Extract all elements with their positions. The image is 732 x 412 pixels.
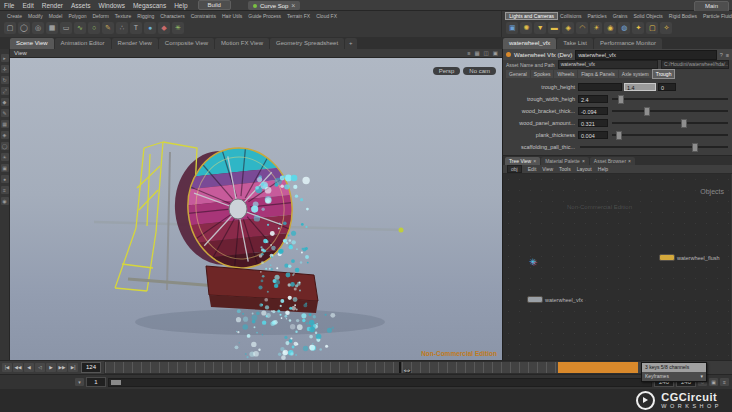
- ambient-light-icon[interactable]: ✦: [632, 22, 644, 34]
- network-menu-help[interactable]: Help: [598, 166, 608, 172]
- box-icon[interactable]: ▢: [4, 22, 16, 34]
- range-slider-handle[interactable]: [111, 380, 121, 385]
- edit-tool-icon[interactable]: ✎: [1, 109, 9, 117]
- close-tab-icon[interactable]: ×: [533, 158, 536, 164]
- viewport-grid-icon[interactable]: ▦: [474, 50, 479, 56]
- network-path-breadcrumb[interactable]: obj: [507, 165, 522, 173]
- tube-icon[interactable]: ▭: [60, 22, 72, 34]
- pane-tab-geometry-spreadsheet[interactable]: Geometry Spreadsheet: [270, 38, 344, 49]
- slider-handle[interactable]: [692, 143, 698, 152]
- shelf-tab-hair-utils[interactable]: Hair Utils: [219, 13, 245, 19]
- shelf-tab-collisions[interactable]: Collisions: [557, 13, 584, 19]
- network-node[interactable]: ✳: [529, 258, 537, 267]
- waterwheel-3d-scene[interactable]: [10, 58, 502, 360]
- slider-handle[interactable]: [618, 95, 624, 104]
- close-tab-icon[interactable]: ×: [582, 158, 585, 164]
- param-value-field[interactable]: 2.4: [578, 95, 608, 103]
- environment-light-icon[interactable]: ◉: [604, 22, 616, 34]
- network-menu-layout[interactable]: Layout: [577, 166, 592, 172]
- param-value-field[interactable]: 0.321: [578, 119, 608, 127]
- caustic-light-icon[interactable]: ✧: [660, 22, 672, 34]
- menu-file[interactable]: File: [0, 2, 18, 9]
- network-node-waterwheel-flush[interactable]: waterwheel_flush: [659, 254, 720, 261]
- sky-light-icon[interactable]: ◍: [618, 22, 630, 34]
- pane-tab-performance-monitor[interactable]: Performance Monitor: [594, 38, 662, 49]
- shelf-tab-deform[interactable]: Deform: [89, 13, 111, 19]
- menu-windows[interactable]: Windows: [95, 2, 129, 9]
- shelf-tab-rigging[interactable]: Rigging: [134, 13, 157, 19]
- range-menu-icon[interactable]: ▾: [75, 378, 84, 386]
- prev-keyframe-button[interactable]: ◀◀: [13, 363, 23, 372]
- rotate-tool-icon[interactable]: ↻: [1, 76, 9, 84]
- move-tool-icon[interactable]: ✛: [1, 65, 9, 73]
- view-tool-icon[interactable]: ◯: [1, 142, 9, 150]
- range-start-field[interactable]: 1: [86, 377, 106, 387]
- param-menu-icon[interactable]: ≡: [726, 52, 729, 58]
- pane-tab-scene-view[interactable]: Scene View: [10, 38, 54, 49]
- pane-tab-render-view[interactable]: Render View: [112, 38, 158, 49]
- no-cam-button[interactable]: No cam: [463, 67, 496, 75]
- lock-range-icon[interactable]: ▣: [709, 378, 718, 386]
- pane-tab-animation-editor[interactable]: Animation Editor: [55, 38, 111, 49]
- param-help-icon[interactable]: ?: [720, 52, 723, 58]
- lsystem-icon[interactable]: ✳: [172, 22, 184, 34]
- shelf-tab-rigid-bodies[interactable]: Rigid Bodies: [666, 13, 700, 19]
- shelf-tab-guide-process[interactable]: Guide Process: [245, 13, 284, 19]
- node-name-input[interactable]: waterwheel_vfx: [575, 50, 717, 60]
- range-options-icon[interactable]: ≡: [720, 378, 729, 386]
- area-light-icon[interactable]: ▬: [548, 22, 560, 34]
- node-shape[interactable]: [659, 254, 675, 261]
- play-reverse-button[interactable]: ◁: [35, 363, 45, 372]
- menu-megascans[interactable]: Megascans: [129, 2, 170, 9]
- network-menu-view[interactable]: View: [542, 166, 553, 172]
- shelf-tab-model[interactable]: Model: [46, 13, 66, 19]
- param-tab-wheels[interactable]: Wheels: [554, 70, 577, 78]
- param-slider[interactable]: [612, 107, 728, 116]
- param-value-field[interactable]: [578, 83, 622, 91]
- param-slider[interactable]: [580, 143, 728, 152]
- viewport-split-icon[interactable]: ◫: [484, 50, 489, 56]
- snap-tool-icon[interactable]: ◈: [1, 131, 9, 139]
- camera-icon[interactable]: ▣: [506, 22, 518, 34]
- viewport-maximize-icon[interactable]: ▣: [493, 50, 498, 56]
- viewport-menu-icon[interactable]: ≡: [467, 50, 470, 56]
- pane-tab-composite-view[interactable]: Composite View: [159, 38, 214, 49]
- render-tool-icon[interactable]: ●: [1, 175, 9, 183]
- param-tab-spokes[interactable]: Spokes: [531, 70, 554, 78]
- scene-tab[interactable]: Curve Sop ×: [248, 1, 300, 10]
- shelf-tab-solid-objects[interactable]: Solid Objects: [630, 13, 665, 19]
- shelf-tab-polygon[interactable]: Polygon: [65, 13, 89, 19]
- param-value-field[interactable]: 0: [658, 83, 676, 91]
- keys-count-item[interactable]: 3 keys 5/8 channels: [642, 363, 706, 372]
- pane-tab-motion-fx-view[interactable]: Motion FX View: [215, 38, 269, 49]
- go-to-start-button[interactable]: |◀: [2, 363, 12, 372]
- metaball-icon[interactable]: ●: [144, 22, 156, 34]
- play-button[interactable]: ▶: [46, 363, 56, 372]
- menu-edit[interactable]: Edit: [18, 2, 37, 9]
- node-shape[interactable]: [527, 296, 543, 303]
- param-slider[interactable]: [612, 119, 728, 128]
- param-value-field[interactable]: 0.004: [578, 131, 608, 139]
- shelf-tab-constraints[interactable]: Constraints: [188, 13, 219, 19]
- handles-tool-icon[interactable]: ◆: [1, 98, 9, 106]
- next-frame-button[interactable]: ▶▶: [57, 363, 67, 372]
- text-icon[interactable]: T: [130, 22, 142, 34]
- persp-button[interactable]: Persp: [433, 67, 461, 75]
- torus-icon[interactable]: ◎: [32, 22, 44, 34]
- light-tool-icon[interactable]: ☀: [1, 153, 9, 161]
- distant-light-icon[interactable]: ☀: [590, 22, 602, 34]
- close-icon[interactable]: ×: [291, 3, 295, 9]
- range-slider[interactable]: [108, 378, 652, 387]
- shelf-tab-cloud-fx[interactable]: Cloud FX: [313, 13, 340, 19]
- camera-tool-icon[interactable]: ▣: [1, 164, 9, 172]
- param-value-field[interactable]: -0.094: [578, 107, 608, 115]
- network-menu-edit[interactable]: Edit: [528, 166, 537, 172]
- geometry-light-icon[interactable]: ◈: [562, 22, 574, 34]
- param-tab-axle-system[interactable]: Axle system: [619, 70, 652, 78]
- current-frame-field[interactable]: 124: [81, 362, 101, 373]
- shelf-tab-create[interactable]: Create: [4, 13, 25, 19]
- asset-path-field[interactable]: C:/Houdini/waterwheel/hda/...: [661, 60, 729, 69]
- close-tab-icon[interactable]: ×: [628, 158, 631, 164]
- shelf-tab-particles[interactable]: Particles: [584, 13, 609, 19]
- draw-curve-icon[interactable]: ✎: [102, 22, 114, 34]
